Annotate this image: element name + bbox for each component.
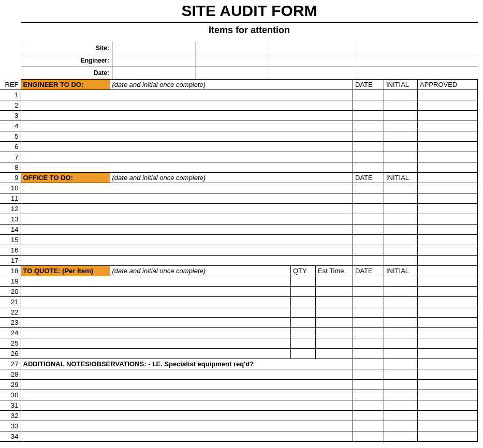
table-row: 3 [0, 111, 478, 121]
row-col-a [353, 421, 384, 431]
row-approved [418, 131, 478, 142]
row-est [315, 297, 353, 307]
row-body [21, 338, 290, 349]
row-spare [418, 287, 478, 297]
row-ref: 24 [0, 328, 21, 338]
row-date [353, 276, 384, 287]
row-body [21, 90, 353, 100]
row-ref: 19 [0, 276, 21, 287]
row-ref: 2 [0, 100, 21, 111]
row-col-b [384, 421, 418, 431]
row-col-a [353, 390, 384, 400]
row-ref: 11 [0, 193, 21, 204]
row-date [353, 338, 384, 349]
row-col-a [353, 369, 384, 380]
table-row: 31 [0, 400, 478, 411]
row-body [21, 297, 290, 307]
notes-label: ADDITIONAL NOTES/OBSERVATIONS: - I.E. Sp… [21, 359, 353, 369]
header-site-cell-3 [269, 42, 357, 54]
table-row: 28 [0, 369, 478, 380]
row-ref: 1 [0, 90, 21, 100]
row-body [21, 287, 290, 297]
header-site-label: Site: [21, 42, 113, 54]
row-initial [384, 276, 418, 287]
notes-col-initial [384, 359, 418, 369]
row-ref: 23 [0, 318, 21, 328]
notes-col-spare [418, 359, 478, 369]
row-body [21, 183, 353, 193]
row-ref: 30 [0, 390, 21, 400]
row-ref: 20 [0, 287, 21, 297]
engineer-note: (date and initial once complete) [110, 80, 353, 90]
table-row: 20 [0, 287, 478, 297]
row-ref: 34 [0, 431, 21, 442]
row-spare [418, 183, 478, 193]
row-spare [418, 225, 478, 235]
row-ref: 31 [0, 400, 21, 411]
row-approved [418, 90, 478, 100]
office-note: (date and initial once complete) [110, 173, 353, 183]
table-row: 21 [0, 297, 478, 307]
row-initial [384, 90, 418, 100]
row-est [315, 276, 353, 287]
row-col-a [353, 380, 384, 390]
row-initial [384, 131, 418, 142]
quote-col-initial: INITIAL [384, 266, 418, 276]
row-initial [384, 111, 418, 121]
row-col-a [353, 431, 384, 442]
form-title: SITE AUDIT FORM [21, 0, 478, 23]
row-date [353, 245, 384, 256]
row-initial [384, 183, 418, 193]
row-body [21, 411, 353, 421]
table-row: 13 [0, 214, 478, 225]
row-body [21, 225, 353, 235]
header-site-cell-2 [196, 42, 269, 54]
header-site-row: Site: [0, 42, 483, 54]
quote-label: TO QUOTE: (Per Item) [21, 266, 110, 276]
row-ref: 17 [0, 256, 21, 266]
row-spare [418, 256, 478, 266]
table-row: 34 [0, 431, 478, 442]
office-col-initial: INITIAL [384, 173, 418, 183]
row-ref: 28 [0, 369, 21, 380]
table-row: 29 [0, 380, 478, 390]
row-approved [418, 142, 478, 152]
row-qty [290, 349, 315, 359]
row-initial [384, 287, 418, 297]
row-est [315, 287, 353, 297]
row-body [21, 349, 290, 359]
row-body [21, 121, 353, 131]
engineer-section-header: REF ENGINEER TO DO: (date and initial on… [0, 80, 478, 90]
table-row: 32 [0, 411, 478, 421]
row-date [353, 225, 384, 235]
row-qty [290, 338, 315, 349]
table-row: 6 [0, 142, 478, 152]
table-row: 17 [0, 256, 478, 266]
row-spare [418, 307, 478, 318]
row-initial [384, 214, 418, 225]
row-ref: 16 [0, 245, 21, 256]
row-spare [418, 276, 478, 287]
row-body [21, 131, 353, 142]
row-initial [384, 162, 418, 173]
row-spare [418, 204, 478, 214]
row-spare [418, 328, 478, 338]
row-ref: 6 [0, 142, 21, 152]
row-spare [418, 214, 478, 225]
table-row: 2 [0, 100, 478, 111]
row-initial [384, 318, 418, 328]
row-ref: 21 [0, 297, 21, 307]
table-row: 12 [0, 204, 478, 214]
header-date-label: Date: [21, 67, 113, 79]
row-body [21, 100, 353, 111]
table-row: 5 [0, 131, 478, 142]
row-ref: 13 [0, 214, 21, 225]
table-row: 26 [0, 349, 478, 359]
row-spare [418, 235, 478, 245]
row-col-b [384, 400, 418, 411]
quote-col-est: Est Time. [315, 266, 353, 276]
row-initial [384, 152, 418, 162]
row-spare [418, 349, 478, 359]
row-ref: 5 [0, 131, 21, 142]
header-date-cell-3 [269, 67, 357, 79]
